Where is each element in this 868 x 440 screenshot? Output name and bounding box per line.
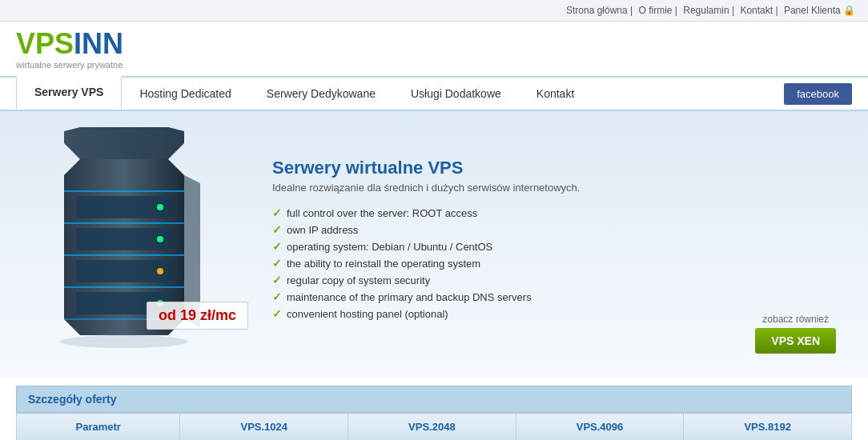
see-also: zobacz również VPS XEN [755, 314, 836, 354]
nav-item-uslugi[interactable]: Usługi Dodatkowe [393, 78, 519, 110]
hero-image-area: od 19 zł/mc [32, 127, 240, 354]
logo-vps: VPS [16, 27, 74, 60]
svg-point-12 [157, 236, 163, 242]
feature-text-5: regular copy of system security [287, 274, 430, 286]
nav-item-kontakt[interactable]: Kontakt [519, 78, 592, 110]
nav-bar: Serwery VPS Hosting Dedicated Serwery De… [0, 76, 868, 111]
feature-1: ✓full control over the server: ROOT acce… [272, 206, 836, 219]
feature-5: ✓regular copy of system security [272, 274, 836, 286]
feature-4: ✓the ability to reinstall the operating … [272, 257, 836, 270]
nav-left: Serwery VPS Hosting Dedicated Serwery De… [16, 78, 592, 110]
feature-text-2: own IP address [287, 224, 358, 236]
nav-regulamin[interactable]: Regulamin [683, 5, 729, 16]
col-vps8192: VPS.8192 [684, 414, 852, 441]
nav-panel[interactable]: Panel Klienta [784, 5, 841, 16]
feature-6: ✓maintenance of the primary and backup D… [272, 290, 836, 303]
feature-2: ✓own IP address [272, 223, 836, 236]
table-section: Szczegóły oferty Parametr VPS.1024 VPS.2… [0, 386, 868, 440]
hero-section: od 19 zł/mc Serwery wirtualne VPS Idealn… [0, 111, 868, 378]
check-icon-1: ✓ [272, 206, 282, 219]
feature-text-4: the ability to reinstall the operating s… [287, 258, 480, 270]
params-table: Parametr VPS.1024 VPS.2048 VPS.4096 VPS.… [16, 413, 852, 440]
nav-contact[interactable]: Kontakt [740, 5, 773, 16]
lock-icon: 🔒 [843, 5, 855, 16]
check-icon-3: ✓ [272, 240, 282, 253]
logo-inn: INN [74, 27, 123, 60]
feature-text-7: convenient hosting panel (optional) [287, 308, 448, 320]
hero-subtitle: Idealne rozwiązanie dla średnich i dużyc… [272, 182, 836, 194]
facebook-button[interactable]: facebook [784, 83, 852, 105]
logo: VPSINN wirtualne serwery prywatne [16, 30, 123, 76]
table-header-row: Parametr VPS.1024 VPS.2048 VPS.4096 VPS.… [17, 414, 852, 441]
hero-content: Serwery wirtualne VPS Idealne rozwiązani… [240, 158, 836, 324]
check-icon-6: ✓ [272, 290, 282, 303]
features-list: ✓full control over the server: ROOT acce… [272, 206, 836, 320]
svg-point-11 [157, 204, 163, 210]
logo-tagline: wirtualne serwery prywatne [16, 60, 123, 70]
top-bar: Strona główna | O firmie | Regulamin | K… [0, 0, 868, 22]
col-vps4096: VPS.4096 [516, 414, 684, 441]
feature-7: ✓convenient hosting panel (optional) [272, 307, 836, 320]
col-vps1024: VPS.1024 [180, 414, 348, 441]
feature-3: ✓operating system: Debian / Ubuntu / Cen… [272, 240, 836, 253]
check-icon-5: ✓ [272, 274, 282, 286]
svg-point-13 [157, 268, 163, 274]
feature-text-3: operating system: Debian / Ubuntu / Cent… [287, 241, 492, 253]
col-parametr: Parametr [17, 414, 180, 441]
vps-xen-button[interactable]: VPS XEN [755, 328, 836, 354]
header: VPSINN wirtualne serwery prywatne [0, 22, 868, 76]
nav-right: facebook [784, 78, 852, 110]
nav-item-serwery-ded[interactable]: Serwery Dedykowane [249, 78, 393, 110]
price-tag: od 19 zł/mc [147, 302, 248, 330]
svg-point-16 [60, 335, 188, 348]
check-icon-4: ✓ [272, 257, 282, 270]
hero-title: Serwery wirtualne VPS [272, 158, 836, 178]
col-vps2048: VPS.2048 [348, 414, 516, 441]
check-icon-2: ✓ [272, 223, 282, 236]
feature-text-1: full control over the server: ROOT acces… [287, 207, 477, 219]
nav-home[interactable]: Strona główna [566, 5, 628, 16]
feature-text-6: maintenance of the primary and backup DN… [287, 291, 532, 303]
see-also-label: zobacz również [755, 314, 836, 325]
nav-about[interactable]: O firmie [638, 5, 672, 16]
table-title: Szczegóły oferty [16, 386, 852, 413]
svg-marker-1 [64, 127, 184, 159]
nav-item-serwery-vps[interactable]: Serwery VPS [16, 76, 122, 110]
check-icon-7: ✓ [272, 307, 282, 320]
nav-item-hosting[interactable]: Hosting Dedicated [122, 78, 248, 110]
logo-text: VPSINN [16, 30, 123, 58]
